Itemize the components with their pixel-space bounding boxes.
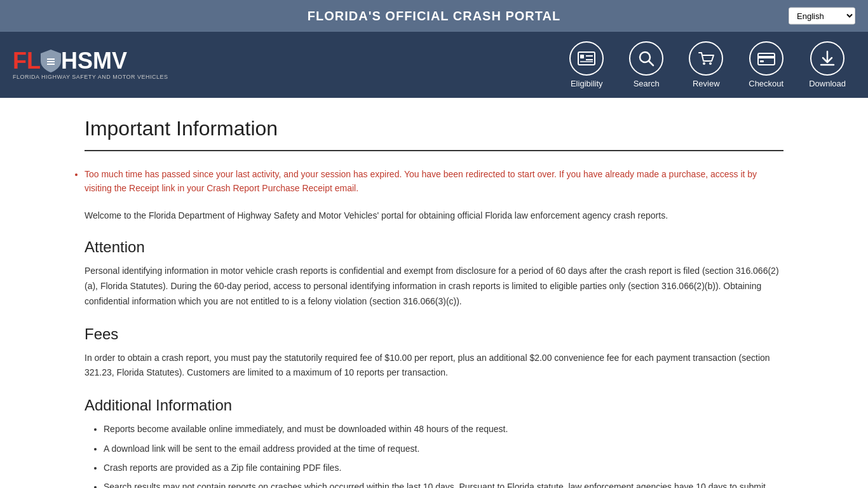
portal-title: FLORIDA'S OFFICIAL CRASH PORTAL [308, 9, 560, 24]
fees-body: In order to obtain a crash report, you m… [85, 351, 783, 381]
logo-shield-icon [41, 50, 61, 72]
review-label: Review [693, 79, 720, 88]
svg-rect-12 [758, 53, 775, 65]
svg-rect-13 [758, 56, 775, 58]
svg-rect-4 [580, 55, 584, 58]
nav-icons: Eligibility Search Review [560, 38, 855, 92]
checkout-label: Checkout [749, 79, 783, 88]
page-title: Important Information [85, 117, 783, 140]
fees-title: Fees [85, 325, 783, 343]
review-icon [689, 41, 723, 76]
language-dropdown[interactable]: English Spanish French Portuguese [789, 8, 855, 25]
download-label: Download [809, 79, 846, 88]
list-item: Search results may not contain reports o… [104, 480, 783, 488]
svg-line-9 [649, 61, 653, 65]
nav-item-download[interactable]: Download [799, 38, 855, 92]
svg-point-11 [709, 62, 712, 65]
list-item: Crash reports are provided as a Zip file… [104, 461, 783, 475]
welcome-text: Welcome to the Florida Department of Hig… [85, 208, 783, 222]
svg-rect-14 [760, 60, 764, 62]
nav-item-review[interactable]: Review [679, 38, 733, 92]
list-item: A download link will be sent to the emai… [104, 442, 783, 456]
search-icon [629, 41, 663, 76]
list-item: Reports become available online immediat… [104, 422, 783, 436]
nav-item-checkout[interactable]: Checkout [739, 38, 793, 92]
logo-hsmv: HSMV [61, 50, 127, 72]
logo-area: FL HSMV FLORIDA HIGHWAY SAFETY AND MOTOR… [13, 50, 168, 80]
checkout-icon [749, 41, 783, 76]
session-expired-alert: Too much time has passed since your last… [85, 167, 783, 196]
logo-subtitle: FLORIDA HIGHWAY SAFETY AND MOTOR VEHICLE… [13, 74, 168, 80]
additional-title: Additional Information [85, 396, 783, 414]
attention-body: Personal identifying information in moto… [85, 264, 783, 309]
eligibility-icon [569, 41, 604, 76]
svg-rect-2 [47, 64, 55, 65]
language-selector[interactable]: English Spanish French Portuguese [789, 8, 855, 25]
additional-list: Reports become available online immediat… [85, 422, 783, 488]
svg-rect-3 [578, 52, 595, 65]
nav-item-search[interactable]: Search [620, 38, 673, 92]
nav-bar: FL HSMV FLORIDA HIGHWAY SAFETY AND MOTOR… [0, 32, 868, 98]
attention-title: Attention [85, 238, 783, 256]
svg-point-10 [703, 62, 705, 65]
svg-rect-1 [47, 61, 55, 62]
alert-list: Too much time has passed since your last… [85, 167, 783, 196]
top-banner: FLORIDA'S OFFICIAL CRASH PORTAL English … [0, 0, 868, 32]
eligibility-label: Eligibility [571, 79, 603, 88]
search-label: Search [634, 79, 660, 88]
title-divider [85, 150, 783, 151]
download-icon [810, 41, 844, 76]
nav-item-eligibility[interactable]: Eligibility [560, 38, 613, 92]
main-content: Important Information Too much time has … [59, 98, 809, 488]
logo-fl: FL [13, 50, 41, 72]
svg-rect-0 [47, 58, 55, 60]
